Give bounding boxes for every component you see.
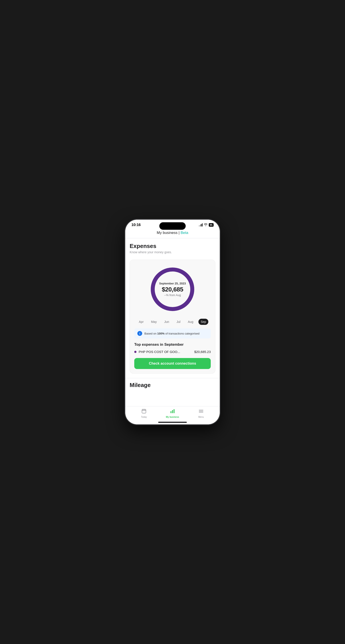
nav-my-business[interactable]: My business (158, 408, 187, 418)
bottom-nav: Today My business (125, 406, 220, 420)
check-account-button[interactable]: Check account connections (134, 358, 211, 369)
expenses-card: September 25, 2023 $20,685 --% from Aug … (130, 260, 215, 374)
phone-screen: 10:16 95 My business (125, 220, 220, 424)
status-icons: 95 (199, 223, 214, 227)
battery-icon: 95 (209, 223, 214, 227)
info-banner: i Based on 100% of transactions categori… (134, 328, 211, 338)
tab-jun[interactable]: Jun (162, 319, 171, 325)
expense-amount: $20,685.23 (194, 350, 211, 354)
signal-icon (199, 224, 203, 226)
status-time: 10:16 (131, 223, 141, 227)
expenses-title: Expenses (130, 243, 215, 250)
content-area[interactable]: My business | Beta Expenses Know where y… (125, 228, 220, 406)
wifi-icon (204, 223, 207, 227)
menu-label: Menu (198, 416, 204, 418)
expense-item: PHP POS COST OF GOO... $20,685.23 (134, 350, 211, 354)
chart-date: September 25, 2023 (155, 282, 190, 285)
beta-label: Beta (181, 231, 188, 235)
donut-wrapper: September 25, 2023 $20,685 --% from Aug (148, 265, 197, 314)
my-business-icon (170, 408, 175, 415)
info-icon: i (137, 331, 142, 336)
expenses-subtitle: Know where your money goes. (130, 250, 215, 254)
expense-name: PHP POS COST OF GOO... (139, 350, 180, 354)
chart-amount: $20,685 (155, 286, 190, 293)
today-icon (141, 408, 147, 415)
dynamic-island (159, 222, 186, 230)
phone-frame: 10:16 95 My business (125, 220, 220, 424)
nav-menu[interactable]: Menu (187, 408, 215, 418)
expenses-section: Expenses Know where your money goes. (125, 238, 220, 260)
svg-rect-6 (171, 411, 171, 413)
month-tabs: Apr May Jun Jul Aug Sep (134, 319, 211, 325)
tab-apr[interactable]: Apr (137, 319, 146, 325)
menu-icon (198, 408, 204, 415)
my-business-label: My business (166, 416, 179, 418)
tab-aug[interactable]: Aug (186, 319, 196, 325)
tab-sep[interactable]: Sep (198, 319, 208, 325)
mileage-section: Mileage (125, 378, 220, 388)
svg-rect-7 (172, 410, 173, 413)
page-title: My business | Beta (157, 231, 188, 235)
today-label: Today (141, 416, 147, 418)
svg-rect-2 (142, 410, 146, 413)
donut-center: September 25, 2023 $20,685 --% from Aug (155, 282, 190, 297)
top-expenses-title: Top expenses in September (134, 342, 211, 347)
home-indicator (125, 420, 220, 424)
expense-dot (134, 351, 136, 353)
tab-may[interactable]: May (149, 319, 159, 325)
mileage-title: Mileage (130, 382, 215, 388)
svg-rect-8 (174, 409, 174, 413)
home-bar (158, 422, 187, 423)
bottom-spacer (125, 388, 220, 406)
tab-jul[interactable]: Jul (174, 319, 183, 325)
expense-left: PHP POS COST OF GOO... (134, 350, 180, 354)
nav-today[interactable]: Today (130, 408, 158, 418)
page-header: My business | Beta (125, 228, 220, 238)
chart-change: --% from Aug (155, 294, 190, 297)
donut-chart-container: September 25, 2023 $20,685 --% from Aug (134, 265, 211, 314)
info-text: Based on 100% of transactions categorise… (144, 332, 200, 335)
